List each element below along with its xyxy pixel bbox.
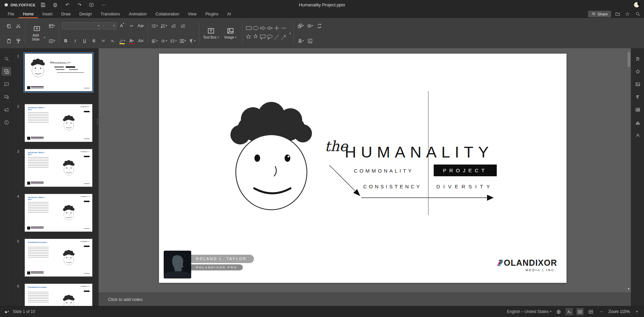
zoom-in-button[interactable]: + xyxy=(633,308,641,315)
font-size-select[interactable]: ▾ xyxy=(103,22,117,29)
tab-view[interactable]: View xyxy=(183,10,201,18)
macros-button[interactable] xyxy=(306,37,314,45)
next-slide-button[interactable]: ▾ xyxy=(627,286,631,291)
find-panel-button[interactable] xyxy=(2,54,11,63)
image-settings-button[interactable] xyxy=(633,80,642,88)
tab-home[interactable]: Home xyxy=(18,10,38,18)
favorite-button[interactable]: ☆ xyxy=(624,11,631,17)
align-objects-button[interactable]: ▾ xyxy=(297,37,305,45)
shapes-more-button[interactable]: ▾ xyxy=(289,32,291,35)
increase-indent-button[interactable] xyxy=(179,22,187,30)
notes-area[interactable]: Click to add notes xyxy=(99,293,631,306)
horizontal-align-button[interactable]: ▾ xyxy=(151,37,159,45)
change-case-button[interactable]: Aa▾ xyxy=(137,22,145,30)
columns-button[interactable]: ▾ xyxy=(179,37,187,45)
line-spacing-button[interactable]: ▾ xyxy=(169,37,177,45)
comments-panel-button[interactable] xyxy=(2,80,11,88)
vertical-scrollbar[interactable] xyxy=(627,50,630,284)
slide-editor[interactable]: the HUMANALITY COMMONALITY PROJECT CONSI… xyxy=(159,54,567,283)
paragraph-settings-button[interactable] xyxy=(633,92,642,101)
spell-check-button[interactable] xyxy=(566,308,573,315)
numbering-button[interactable]: ▾ xyxy=(160,22,168,30)
redo-button[interactable]: ↷ xyxy=(75,1,84,9)
tab-insert[interactable]: Insert xyxy=(38,10,57,18)
zoom-out-button[interactable]: − xyxy=(598,308,605,315)
slide-commonality-label[interactable]: COMMONALITY xyxy=(354,168,414,174)
author-name-badge[interactable]: ROLAND L. TAYLOR xyxy=(191,255,254,263)
slide-thumbnail-6[interactable]: Foundational Concepts: HUMANALITY xyxy=(24,283,93,306)
share-button[interactable]: Share xyxy=(588,11,611,17)
increase-font-button[interactable]: A▴ xyxy=(118,22,126,30)
print-button[interactable] xyxy=(51,1,60,9)
decrease-indent-button[interactable] xyxy=(169,22,177,30)
chat-panel-button[interactable] xyxy=(2,92,11,101)
text-box-button[interactable]: Text Box▾ xyxy=(202,26,220,40)
slides-panel-button[interactable] xyxy=(2,67,11,76)
font-name-select[interactable]: ▾ xyxy=(62,22,101,29)
open-file-location-button[interactable] xyxy=(614,11,621,17)
face-illustration[interactable] xyxy=(226,101,317,214)
table-settings-button[interactable] xyxy=(633,105,642,114)
format-painter-button[interactable] xyxy=(14,37,22,45)
tab-design[interactable]: Design xyxy=(75,10,96,18)
merge-shapes-button[interactable]: ▾ xyxy=(306,22,314,30)
document-language-button[interactable] xyxy=(555,308,562,315)
slide-thumbnail-5[interactable]: Foundational Concepts: HUMANALITY xyxy=(24,239,93,277)
fit-to-width-button[interactable] xyxy=(587,308,594,315)
undo-button[interactable]: ↶ xyxy=(63,1,72,9)
slide-thumbnail-2[interactable]: Introduction: What is this? HUMANALITY xyxy=(24,104,93,142)
author-site-badge[interactable]: ROLANDIXOR.PRO xyxy=(191,264,243,270)
more-actions-button[interactable]: ⋯ xyxy=(99,1,108,9)
arrange-shape-button[interactable]: ▾ xyxy=(297,22,305,30)
tab-ai[interactable]: AI xyxy=(223,10,235,18)
bullets-button[interactable]: ▾ xyxy=(151,22,159,30)
slide-main-title[interactable]: HUMANALITY xyxy=(345,143,493,161)
paste-button[interactable] xyxy=(5,37,13,45)
underline-button[interactable]: U xyxy=(80,37,89,45)
slide-thumbnail-3[interactable]: Introduction: What is this? HUMANALITY xyxy=(24,149,93,187)
shapes-gallery[interactable] xyxy=(245,24,289,43)
highlight-color-button[interactable]: ▾ xyxy=(118,37,126,45)
vertical-align-button[interactable]: ▾ xyxy=(160,37,168,45)
italic-button[interactable]: I xyxy=(71,37,79,45)
slide-consistency-label[interactable]: CONSISTENCY xyxy=(363,184,422,189)
rolandixor-logo[interactable]: OLANDIXOR MEDIA | INC. xyxy=(496,259,557,272)
user-avatar[interactable] xyxy=(633,1,641,8)
tab-plugins[interactable]: Plugins xyxy=(201,10,223,18)
slide-script-word[interactable]: the xyxy=(325,138,348,154)
tab-collaboration[interactable]: Collaboration xyxy=(151,10,183,18)
panel-resize-handle[interactable] xyxy=(97,119,98,127)
scrollbar-thumb[interactable] xyxy=(628,52,630,67)
text-direction-button[interactable]: ▾ xyxy=(188,37,196,45)
tab-animation[interactable]: Animation xyxy=(124,10,151,18)
author-photo[interactable] xyxy=(164,251,191,278)
about-button[interactable] xyxy=(2,118,11,127)
decrease-font-button[interactable]: A▾ xyxy=(127,22,136,30)
fit-to-slide-button[interactable] xyxy=(576,308,584,315)
slide-diversity-label[interactable]: DIVERSITY xyxy=(436,184,493,189)
start-slideshow-statusbar-button[interactable]: ▶▾ xyxy=(3,308,11,315)
copy-button[interactable] xyxy=(5,22,13,30)
save-button[interactable] xyxy=(39,1,48,9)
tab-draw[interactable]: Draw xyxy=(57,10,75,18)
bold-button[interactable]: B xyxy=(62,37,70,45)
tab-transitions[interactable]: Transitions xyxy=(96,10,124,18)
add-slide-button[interactable]: Add Slide▾ xyxy=(28,21,46,45)
image-button[interactable]: Image▾ xyxy=(221,26,239,40)
preview-button[interactable]: ▾ xyxy=(48,37,56,45)
shape-settings-button[interactable] xyxy=(633,67,642,76)
subscript-button[interactable]: X₂ xyxy=(109,37,117,45)
change-layout-button[interactable]: ▾ xyxy=(48,22,56,30)
replace-button[interactable] xyxy=(315,22,323,30)
font-color-button[interactable]: A▾ xyxy=(127,37,136,45)
search-button[interactable] xyxy=(634,11,641,17)
strikeout-button[interactable]: S xyxy=(90,37,98,45)
clear-style-button[interactable]: A xyxy=(137,37,145,45)
chart-settings-button[interactable] xyxy=(633,118,642,127)
slide-project-box[interactable]: PROJECT xyxy=(434,165,497,176)
slide-thumbnail-1[interactable]: the HUMANALITY xyxy=(24,53,93,91)
cut-button[interactable] xyxy=(14,22,22,30)
superscript-button[interactable]: X² xyxy=(99,37,107,45)
feedback-button[interactable] xyxy=(2,105,11,114)
textart-settings-button[interactable] xyxy=(633,131,642,139)
